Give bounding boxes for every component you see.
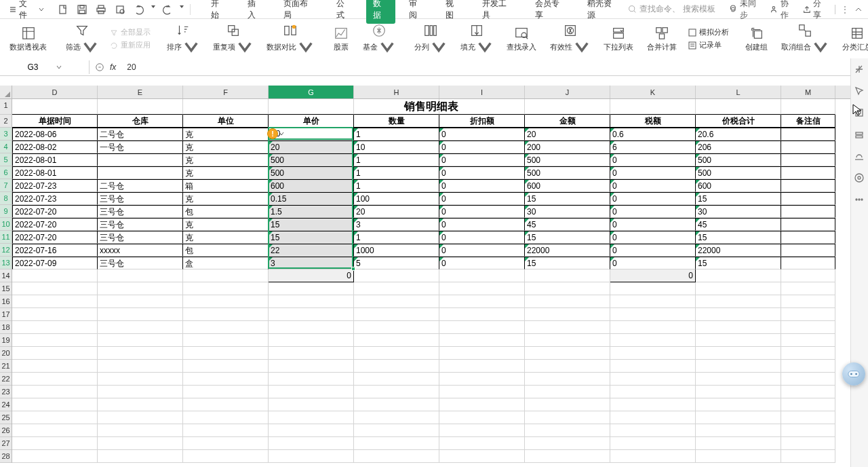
cell[interactable]: 15 bbox=[525, 192, 610, 205]
cell[interactable] bbox=[269, 386, 354, 398]
cell[interactable] bbox=[525, 437, 610, 450]
cell[interactable]: 0 bbox=[610, 179, 696, 192]
cell[interactable]: 0 bbox=[439, 166, 525, 179]
cell[interactable] bbox=[98, 321, 183, 334]
col-header-F[interactable]: F bbox=[183, 86, 269, 98]
cell[interactable]: 15 bbox=[696, 192, 781, 205]
cell[interactable] bbox=[525, 321, 610, 334]
cell[interactable] bbox=[98, 437, 183, 450]
cell[interactable]: 20.6 bbox=[696, 128, 781, 141]
row-header-10[interactable]: 10 bbox=[0, 218, 12, 231]
cell[interactable]: 206 bbox=[696, 141, 781, 153]
cell[interactable]: 0 bbox=[269, 269, 354, 282]
cell[interactable]: 500 bbox=[269, 153, 354, 166]
cell[interactable] bbox=[439, 334, 525, 347]
cell[interactable]: 0 bbox=[610, 257, 696, 269]
cell[interactable] bbox=[696, 386, 781, 398]
cell[interactable] bbox=[183, 411, 269, 424]
redo-icon[interactable] bbox=[160, 2, 175, 17]
cell[interactable] bbox=[781, 128, 835, 141]
cell[interactable] bbox=[439, 347, 525, 360]
cell[interactable] bbox=[781, 244, 835, 257]
cell[interactable] bbox=[269, 334, 354, 347]
cell[interactable]: 2022-07-20 bbox=[12, 218, 98, 231]
cell[interactable]: 包 bbox=[183, 244, 269, 257]
text-to-columns-button[interactable]: 分列 bbox=[409, 19, 452, 58]
cell[interactable] bbox=[12, 321, 98, 334]
col-header-J[interactable]: J bbox=[525, 86, 610, 98]
cell[interactable]: 盒 bbox=[183, 257, 269, 269]
cell[interactable]: 2022-07-20 bbox=[12, 205, 98, 218]
consolidate-button[interactable]: 合并计算 bbox=[642, 19, 682, 58]
cell[interactable] bbox=[696, 308, 781, 321]
stock-button[interactable]: 股票 bbox=[328, 19, 355, 58]
cell[interactable] bbox=[525, 411, 610, 424]
cell[interactable]: 0 bbox=[439, 128, 525, 141]
cell[interactable] bbox=[439, 321, 525, 334]
row-header-2[interactable]: 2 bbox=[0, 115, 12, 128]
cell[interactable]: 备注信 bbox=[781, 115, 835, 128]
cell[interactable]: 0 bbox=[439, 218, 525, 231]
close-sidebar-icon[interactable] bbox=[854, 64, 866, 76]
cell[interactable] bbox=[696, 411, 781, 424]
cell[interactable]: 22000 bbox=[696, 244, 781, 257]
backup-icon[interactable] bbox=[854, 151, 866, 163]
cell[interactable] bbox=[781, 153, 835, 166]
cell[interactable] bbox=[98, 269, 183, 282]
cell[interactable] bbox=[525, 360, 610, 373]
select-all-corner[interactable] bbox=[0, 86, 12, 99]
cell[interactable] bbox=[781, 411, 835, 424]
row-header-7[interactable]: 7 bbox=[0, 179, 12, 192]
row-header-19[interactable]: 19 bbox=[0, 334, 12, 347]
record-form-button[interactable]: 记录单 bbox=[685, 39, 732, 51]
cell[interactable]: 克 bbox=[183, 166, 269, 179]
cell[interactable] bbox=[696, 295, 781, 308]
cell[interactable] bbox=[269, 321, 354, 334]
cell[interactable] bbox=[781, 179, 835, 192]
cell[interactable] bbox=[183, 321, 269, 334]
cell[interactable] bbox=[12, 360, 98, 373]
cell[interactable] bbox=[439, 386, 525, 398]
row-header-20[interactable]: 20 bbox=[0, 347, 12, 360]
assistant-robot-icon[interactable] bbox=[842, 362, 865, 386]
cell[interactable]: 箱 bbox=[183, 179, 269, 192]
cell[interactable] bbox=[610, 282, 696, 295]
validation-button[interactable]: 有效性 bbox=[545, 19, 595, 58]
cell[interactable]: 2022-08-01 bbox=[12, 153, 98, 166]
cell[interactable]: 600 bbox=[696, 179, 781, 192]
col-header-D[interactable]: D bbox=[12, 86, 98, 98]
row-header-16[interactable]: 16 bbox=[0, 295, 12, 308]
cell[interactable]: 600 bbox=[269, 179, 354, 192]
cell[interactable] bbox=[354, 347, 439, 360]
cell[interactable] bbox=[354, 450, 439, 463]
cell[interactable]: 1 bbox=[354, 128, 439, 141]
name-box[interactable]: G3 bbox=[0, 60, 90, 74]
cell[interactable] bbox=[269, 398, 354, 411]
cell[interactable]: 单位 bbox=[183, 115, 269, 128]
cell[interactable]: 0.15 bbox=[269, 192, 354, 205]
unsync-button[interactable]: 未同步 bbox=[728, 0, 764, 21]
collapse-ribbon-icon[interactable] bbox=[854, 5, 863, 14]
reapply-button[interactable]: 重新应用 bbox=[106, 39, 153, 51]
cell[interactable]: 0.6 bbox=[610, 128, 696, 141]
cell[interactable] bbox=[269, 411, 354, 424]
cell[interactable] bbox=[12, 295, 98, 308]
cell[interactable] bbox=[696, 282, 781, 295]
qat-more-icon[interactable] bbox=[179, 2, 184, 17]
cell[interactable] bbox=[354, 269, 439, 282]
cell[interactable]: 2022-08-06 bbox=[12, 128, 98, 141]
row-header-27[interactable]: 27 bbox=[0, 437, 12, 450]
cell[interactable] bbox=[696, 321, 781, 334]
cell[interactable] bbox=[610, 424, 696, 437]
cell[interactable] bbox=[12, 282, 98, 295]
cell[interactable]: 2022-07-09 bbox=[12, 257, 98, 269]
cell[interactable] bbox=[781, 282, 835, 295]
cell[interactable]: 2022-08-01 bbox=[12, 166, 98, 179]
cell[interactable] bbox=[12, 450, 98, 463]
cell[interactable] bbox=[12, 398, 98, 411]
cell[interactable]: 税额 bbox=[610, 115, 696, 128]
cell[interactable] bbox=[525, 450, 610, 463]
cell[interactable] bbox=[439, 450, 525, 463]
cell[interactable] bbox=[183, 424, 269, 437]
show-all-button[interactable]: 全部显示 bbox=[106, 26, 153, 38]
